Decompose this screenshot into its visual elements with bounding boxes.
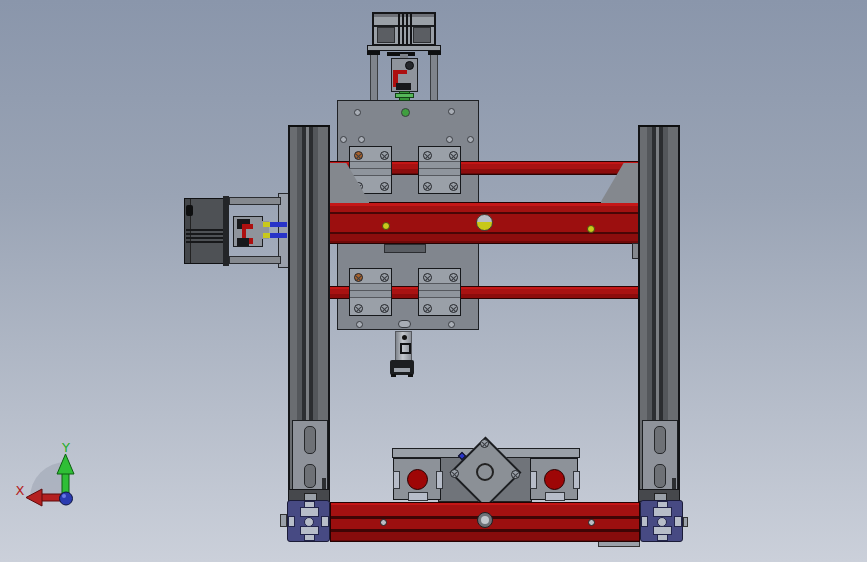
nut-slit	[394, 368, 410, 372]
diamond-screw	[511, 470, 520, 479]
z-axis-origin-highlight	[62, 494, 66, 498]
anti-backlash-nut[interactable]	[390, 360, 414, 375]
t-slot-profile-end-right[interactable]	[640, 500, 683, 542]
base-button	[588, 519, 595, 526]
z-axis-coupling[interactable]	[391, 58, 418, 92]
block-screw	[423, 182, 432, 191]
block-screw	[423, 273, 432, 282]
x-standoff-bottom	[229, 256, 281, 264]
z-standoff-left	[370, 55, 378, 100]
nut-foot	[391, 374, 396, 377]
nut-foot	[408, 374, 413, 377]
gantry-button	[587, 225, 595, 233]
x-axis-label: X	[16, 483, 25, 498]
plate-hole	[448, 321, 455, 328]
lead-screw-hole	[401, 108, 410, 117]
plate-hole	[358, 136, 365, 143]
column-foot-plate-left[interactable]	[292, 420, 328, 497]
t-slot-profile-end-left[interactable]	[287, 500, 330, 542]
column-foot-plate-right[interactable]	[642, 420, 678, 497]
cad-viewport: Y X	[0, 0, 867, 562]
coupling-notch	[398, 74, 407, 83]
block-screw	[380, 151, 389, 160]
motor-center-stripes	[396, 14, 413, 44]
block-screw	[380, 304, 389, 313]
plate-hole	[467, 136, 474, 143]
z-standoff-right	[430, 55, 438, 100]
block-screw	[354, 151, 363, 160]
plate-hole	[354, 109, 361, 116]
slot-cut	[674, 516, 682, 527]
slot-cut	[300, 507, 319, 517]
x-axis-coupling[interactable]	[233, 216, 263, 247]
z-axis-origin-sphere[interactable]	[60, 492, 73, 505]
slot-cut	[657, 534, 668, 541]
block-screw	[380, 182, 389, 191]
x-shaft-blue	[270, 233, 287, 238]
z-axis-stepper-motor[interactable]	[372, 12, 436, 46]
axis-triad[interactable]: Y X	[10, 428, 90, 520]
round-bearing	[544, 469, 565, 490]
foot-slot	[304, 426, 316, 454]
base-center-screw-core	[481, 516, 489, 524]
foot-slot	[654, 464, 666, 488]
block-screw	[449, 304, 458, 313]
pillow-notch	[530, 471, 537, 489]
motor-panel	[377, 27, 395, 43]
motor-panel	[413, 27, 431, 43]
z-nut-window	[400, 343, 411, 354]
round-bearing	[407, 469, 428, 490]
foot-slot	[304, 464, 316, 488]
slot-cut	[653, 507, 672, 517]
bearing-block-upper-right[interactable]	[418, 146, 461, 194]
gantry-extrusion[interactable]	[329, 202, 641, 244]
motor-fins	[186, 227, 223, 244]
coupling-screw-head	[405, 61, 414, 70]
coupling-clamp-screw	[237, 238, 249, 246]
z-lead-screw-flange	[395, 93, 414, 98]
slot-cut	[304, 534, 315, 541]
x-standoff-top	[229, 197, 281, 205]
rotated-motor-mount-diamond[interactable]	[449, 436, 522, 509]
center-bore	[657, 517, 667, 527]
slot-cut	[641, 516, 648, 527]
profile-tab-left	[280, 514, 287, 527]
gantry-button	[382, 222, 390, 230]
plate-recess	[384, 244, 426, 253]
base-button	[380, 519, 387, 526]
slot-cut	[321, 516, 329, 527]
foot-slot	[654, 426, 666, 454]
block-screw	[449, 182, 458, 191]
coupling-clamp-screw	[396, 83, 411, 90]
plate-slot	[398, 320, 411, 328]
x-shaft-blue	[270, 222, 287, 227]
plate-hole	[356, 321, 363, 328]
bearing-block-lower-right[interactable]	[418, 268, 461, 316]
motor-terminal	[186, 205, 193, 216]
pillow-notch	[393, 471, 400, 489]
slot-cut	[288, 516, 295, 527]
block-screw	[354, 304, 363, 313]
pillow-notch	[436, 471, 443, 489]
center-bore	[304, 517, 314, 527]
slot-cut	[300, 526, 319, 535]
block-screw	[449, 273, 458, 282]
block-screw	[423, 304, 432, 313]
shaft-support-block-left[interactable]	[393, 458, 441, 500]
x-axis-stepper-motor[interactable]	[184, 198, 224, 264]
shaft-support-block-right[interactable]	[530, 458, 578, 500]
plate-hole	[448, 108, 455, 115]
x-shaft-key-yellow	[263, 233, 270, 238]
diamond-screw	[450, 469, 459, 478]
pillow-notch	[573, 471, 580, 489]
gantry-center-ball	[476, 214, 493, 231]
bearing-block-lower-left[interactable]	[349, 268, 392, 316]
coupling-notch	[246, 229, 253, 238]
base-extrusion[interactable]	[330, 502, 640, 542]
z-nut-screw	[402, 335, 407, 340]
y-axis-label: Y	[61, 440, 70, 455]
pillow-notch	[408, 492, 428, 501]
diamond-screw	[480, 439, 489, 448]
block-screw	[449, 151, 458, 160]
profile-tab-right	[683, 517, 688, 527]
